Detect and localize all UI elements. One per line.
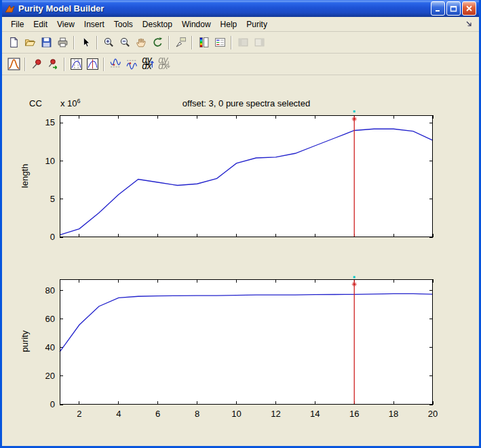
hand-icon (136, 37, 147, 48)
minimize-button[interactable] (431, 1, 445, 16)
toolbar-separator (96, 36, 98, 49)
matlab-app-icon (5, 3, 16, 14)
svg-text:14: 14 (310, 409, 320, 419)
open-folder-icon (24, 37, 36, 48)
colorbar-icon (198, 37, 210, 48)
cc-label: CC (29, 98, 42, 108)
toolbar-separator (191, 36, 193, 49)
derivative-alt-button[interactable]: dydx (156, 56, 172, 73)
pushpin-icon (31, 58, 43, 70)
menu-item-window[interactable]: Window (177, 18, 216, 31)
svg-text:20: 20 (428, 409, 438, 419)
window-controls (431, 1, 476, 16)
dock-figure-button[interactable] (463, 18, 475, 30)
length-plot[interactable]: 051015 (60, 115, 433, 237)
zoom-in-icon (103, 37, 115, 48)
window-title: Purity Model Builder (18, 3, 428, 14)
svg-text:6: 6 (155, 409, 160, 419)
show-plot-tools-button[interactable] (251, 35, 267, 51)
svg-text:16: 16 (349, 409, 359, 419)
menu-item-view[interactable]: View (52, 18, 79, 31)
maximize-icon (449, 4, 458, 13)
hide-plot-tools-icon (237, 37, 249, 48)
select-point-icon (86, 58, 99, 70)
dock-arrow-icon (465, 20, 473, 28)
derivative-button[interactable]: dydx (140, 56, 156, 73)
close-icon (465, 4, 474, 13)
data-cursor-icon (175, 37, 187, 48)
svg-text:40: 40 (45, 342, 55, 352)
save-floppy-icon (41, 37, 52, 48)
length-axis-label: length (20, 136, 30, 217)
svg-text:10: 10 (45, 156, 55, 166)
svg-text:8: 8 (195, 409, 199, 419)
purity-spectrum-icon (7, 58, 20, 70)
svg-text:0: 0 (50, 232, 55, 242)
menu-item-help[interactable]: Help (216, 18, 242, 31)
toolbar-separator (231, 36, 232, 49)
svg-text:4: 4 (116, 409, 121, 419)
zoom-out-button[interactable] (117, 35, 133, 51)
new-document-icon (8, 37, 20, 48)
menu-item-desktop[interactable]: Desktop (138, 18, 177, 31)
select-x-point-button[interactable] (84, 56, 100, 73)
insert-legend-button[interactable] (212, 35, 228, 51)
svg-text:18: 18 (389, 409, 398, 419)
pushpin-export-icon (47, 58, 59, 70)
purity-plot[interactable]: 2468101214161820020406080 (60, 279, 433, 405)
svg-text:60: 60 (45, 314, 55, 324)
select-range-icon (70, 58, 83, 70)
zoom-out-icon (119, 37, 131, 48)
set-pin-button[interactable] (28, 56, 45, 73)
max-wave-icon (126, 58, 138, 70)
menu-item-edit[interactable]: Edit (28, 18, 52, 31)
title-bar[interactable]: Purity Model Builder (2, 0, 479, 17)
svg-text:2: 2 (77, 409, 81, 419)
min-wave-icon (109, 58, 122, 70)
rotate-3d-button[interactable] (149, 35, 166, 51)
edit-plot-button[interactable] (77, 35, 94, 51)
local-max-button[interactable] (123, 56, 140, 73)
derivative-icon: dydx (142, 58, 155, 70)
legend-icon (214, 37, 226, 48)
toolbar-separator (64, 58, 65, 71)
main-toolbar (2, 32, 479, 54)
svg-text:20: 20 (45, 371, 55, 381)
select-x-range-button[interactable] (68, 56, 84, 73)
toolbar-separator (24, 58, 26, 71)
menu-item-file[interactable]: File (6, 18, 28, 31)
close-button[interactable] (462, 1, 476, 16)
local-min-button[interactable] (107, 56, 123, 73)
menu-item-insert[interactable]: Insert (79, 18, 109, 31)
matlab-figure-window: Purity Model Builder File Edit View Inse… (0, 0, 481, 448)
print-button[interactable] (54, 35, 71, 51)
purity-axis-label: purity (20, 301, 30, 382)
show-plot-tools-icon (254, 37, 265, 48)
pan-button[interactable] (133, 35, 149, 51)
data-cursor-button[interactable] (172, 35, 189, 51)
export-pin-button[interactable] (45, 56, 61, 73)
menu-bar: File Edit View Insert Tools Desktop Wind… (2, 17, 479, 32)
rotate-3d-icon (152, 37, 163, 48)
hide-plot-tools-button[interactable] (235, 35, 251, 51)
new-file-button[interactable] (5, 35, 22, 51)
save-button[interactable] (38, 35, 54, 51)
menu-item-tools[interactable]: Tools (109, 18, 138, 31)
svg-text:12: 12 (271, 409, 280, 419)
open-file-button[interactable] (22, 35, 38, 51)
maximize-button[interactable] (446, 1, 461, 16)
svg-text:0: 0 (50, 399, 55, 409)
menu-item-purity[interactable]: Purity (242, 18, 272, 31)
toolbar-separator (73, 36, 75, 49)
derivative-alt-icon: dydx (158, 58, 171, 70)
svg-text:15: 15 (45, 117, 55, 127)
minimize-icon (434, 4, 442, 13)
pointer-arrow-icon (80, 37, 92, 48)
insert-colorbar-button[interactable] (195, 35, 212, 51)
purity-plot-button[interactable] (5, 56, 22, 73)
zoom-in-button[interactable] (100, 35, 117, 51)
toolbar-separator (168, 36, 170, 49)
printer-icon (57, 37, 69, 48)
svg-text:10: 10 (231, 409, 241, 419)
figure-canvas: CC x 106 offset: 3, 0 pure spectra selec… (2, 75, 479, 446)
